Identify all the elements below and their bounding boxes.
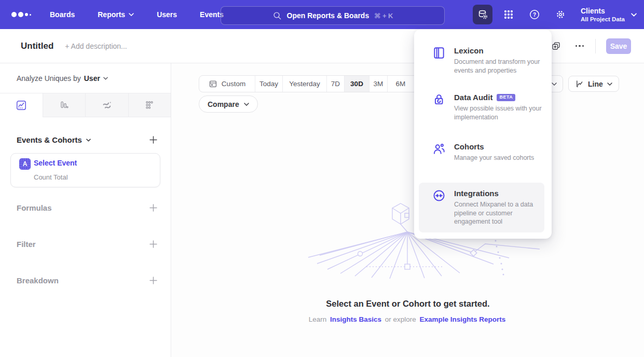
add-event-button[interactable] — [148, 135, 158, 145]
project-selector[interactable]: Clients All Project Data — [577, 7, 637, 23]
date-range-today[interactable]: Today — [255, 76, 283, 92]
line-chart-icon — [575, 79, 584, 88]
select-event-card[interactable]: A Select Event Count Total — [10, 153, 160, 187]
nav-items: Boards Reports Users Events — [50, 10, 224, 19]
plus-icon — [149, 204, 157, 212]
chevron-down-icon — [86, 139, 91, 142]
date-range-7d[interactable]: 7D — [327, 76, 345, 92]
data-management-button[interactable] — [473, 5, 492, 24]
tab-insights-line[interactable] — [0, 93, 43, 117]
date-range-3m[interactable]: 3M — [369, 76, 388, 92]
chevron-down-icon — [244, 103, 249, 106]
metrics-grid-tab-icon — [144, 100, 155, 111]
search-icon — [272, 11, 282, 20]
nav-item-boards[interactable]: Boards — [50, 10, 75, 19]
chevron-down-icon — [552, 83, 557, 86]
apps-grid-icon — [503, 9, 514, 20]
empty-state-subtitle: Learn Insights Basics or explore Example… — [172, 315, 644, 323]
tab-metrics-grid[interactable] — [129, 93, 171, 117]
search-placeholder: Open Reports & Boards — [287, 11, 369, 20]
chevron-down-icon — [129, 13, 134, 16]
plus-icon — [149, 277, 157, 284]
events-cohorts-header[interactable]: Events & Cohorts — [17, 135, 91, 144]
compare-dropdown[interactable]: Compare — [199, 95, 258, 113]
nav-item-users[interactable]: Users — [157, 10, 177, 19]
help-button[interactable]: ? — [525, 5, 544, 24]
select-event-label[interactable]: Select Event — [34, 159, 77, 167]
empty-state-title: Select an Event or Cohort to get started… — [172, 299, 644, 309]
nav-item-reports[interactable]: Reports — [98, 10, 134, 19]
line-chart-tab-icon — [16, 100, 27, 111]
empty-state: Select an Event or Cohort to get started… — [172, 299, 644, 323]
settings-gear-icon — [555, 9, 566, 20]
chevron-down-icon — [103, 77, 108, 80]
cohorts-people-icon — [432, 142, 446, 156]
help-icon: ? — [529, 9, 540, 20]
data-management-icon — [477, 9, 488, 20]
report-title[interactable]: Untitled — [21, 41, 53, 51]
add-formula-button[interactable] — [148, 203, 158, 213]
mixpanel-logo[interactable] — [11, 12, 31, 17]
filter-label: Filter — [17, 240, 36, 249]
save-button[interactable]: Save — [606, 38, 631, 54]
search-shortcut: ⌘ + K — [374, 12, 393, 20]
example-insights-reports-link[interactable]: Example Insights Reports — [420, 315, 506, 323]
add-filter-button[interactable] — [148, 239, 158, 249]
plus-icon — [149, 240, 157, 248]
settings-button[interactable] — [551, 5, 570, 24]
top-nav: Boards Reports Users Events Open Reports… — [0, 0, 644, 29]
date-range-30d[interactable]: 30D — [345, 76, 369, 92]
org-name: Clients — [581, 7, 625, 16]
data-management-menu: Lexicon Document and transform your even… — [414, 30, 552, 239]
plus-icon — [149, 136, 157, 144]
chart-style-dropdown[interactable]: Line — [568, 76, 619, 92]
integrations-sync-icon — [432, 189, 446, 202]
menu-item-cohorts[interactable]: Cohorts Manage your saved cohorts — [419, 136, 544, 169]
audit-lock-icon — [432, 93, 446, 106]
menu-item-lexicon[interactable]: Lexicon Document and transform your even… — [419, 40, 544, 81]
date-range-yesterday[interactable]: Yesterday — [283, 76, 327, 92]
menu-item-integrations[interactable]: Integrations Connect Mixpanel to a data … — [419, 183, 544, 232]
chevron-down-icon — [631, 13, 637, 17]
report-description-field[interactable]: + Add description... — [65, 42, 127, 50]
tab-bar-chart[interactable] — [43, 93, 86, 117]
chart-type-tabs — [0, 93, 171, 117]
chevron-down-icon — [607, 83, 612, 86]
count-total-label[interactable]: Count Total — [34, 173, 68, 181]
nav-right: ? Clients All Project Data — [473, 0, 637, 29]
insights-basics-link[interactable]: Insights Basics — [330, 315, 381, 323]
apps-grid-button[interactable] — [499, 5, 518, 24]
tab-flow-chart[interactable] — [86, 93, 129, 117]
flow-chart-tab-icon — [101, 100, 113, 111]
formulas-label: Formulas — [17, 203, 52, 212]
analyze-prefix-label: Analyze Uniques by — [17, 74, 81, 83]
svg-text:?: ? — [533, 12, 536, 18]
header-divider — [595, 39, 596, 53]
query-builder-sidebar: Analyze Uniques by User — [0, 63, 171, 357]
date-range-6m[interactable]: 6M — [388, 76, 414, 92]
date-range-custom[interactable]: Custom — [199, 76, 255, 92]
analyze-by-dropdown[interactable]: User — [84, 74, 108, 83]
project-name: All Project Data — [581, 16, 625, 23]
beta-badge: BETA — [497, 94, 515, 101]
add-breakdown-button[interactable] — [148, 276, 158, 285]
bar-chart-tab-icon — [58, 100, 70, 111]
book-icon — [432, 46, 446, 60]
menu-item-data-audit[interactable]: Data AuditBETA View possible issues with… — [419, 87, 544, 128]
calendar-icon — [209, 79, 217, 88]
global-search-input[interactable]: Open Reports & Boards ⌘ + K — [221, 6, 445, 25]
more-menu-button[interactable] — [574, 42, 585, 50]
duplicate-icon — [551, 41, 561, 51]
report-canvas: Custom Today Yesterday 7D 30D 3M 6M Line… — [172, 63, 644, 357]
event-letter-badge: A — [19, 158, 31, 170]
breakdown-label: Breakdown — [17, 276, 59, 285]
